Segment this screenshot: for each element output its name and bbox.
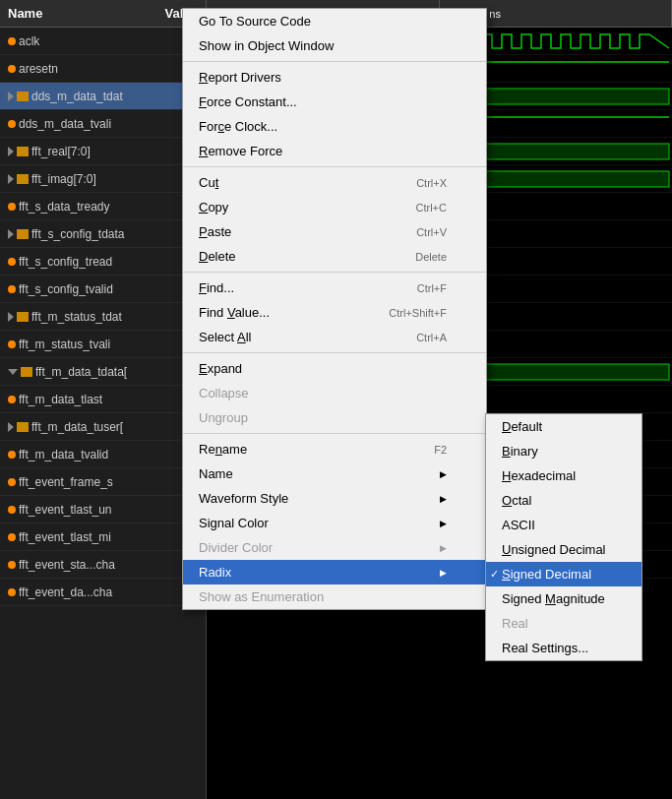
radix-signed-magnitude[interactable]: Signed Magnitude <box>486 586 641 611</box>
menu-separator <box>183 61 486 62</box>
menu-separator <box>183 166 486 167</box>
menu-show-as-enumeration: Show as Enumeration <box>183 584 486 609</box>
menu-cut[interactable]: Cut Ctrl+X <box>183 170 486 195</box>
signal-panel: Name aclk aresetn dds_m_data_tdat dds_m_… <box>0 0 207 799</box>
expand-icon <box>8 422 14 432</box>
expand-icon <box>8 147 14 156</box>
bus-icon <box>17 174 29 184</box>
signal-list: aclk aresetn dds_m_data_tdat dds_m_data_… <box>0 28 206 606</box>
menu-separator <box>183 433 486 434</box>
signal-row-selected[interactable]: dds_m_data_tdat <box>0 83 206 110</box>
signal-row[interactable]: dds_m_data_tvali <box>0 110 206 138</box>
signal-icon <box>8 561 16 569</box>
expand-icon <box>8 312 14 322</box>
menu-expand[interactable]: Expand <box>183 356 486 381</box>
signal-icon <box>8 396 16 403</box>
radix-default[interactable]: Default <box>486 414 641 439</box>
signal-icon <box>8 506 16 514</box>
expand-icon <box>8 92 14 101</box>
menu-radix[interactable]: Radix <box>183 560 486 584</box>
radix-real-settings[interactable]: Real Settings... <box>486 636 641 660</box>
menu-force-constant[interactable]: Force Constant... <box>183 90 486 114</box>
signal-row[interactable]: aclk <box>0 28 206 55</box>
bus-icon <box>21 367 32 377</box>
signal-row[interactable]: fft_event_sta...cha <box>0 551 206 579</box>
signal-icon <box>8 478 16 486</box>
radix-ascii[interactable]: ASCII <box>486 513 641 537</box>
menu-name[interactable]: Name <box>183 461 486 486</box>
signal-row[interactable]: fft_s_data_tready <box>0 193 206 220</box>
menu-separator <box>183 352 486 353</box>
menu-divider-color: Divider Color <box>183 535 486 560</box>
menu-force-clock[interactable]: Force Clock... <box>183 114 486 139</box>
signal-icon <box>8 533 16 541</box>
bus-icon <box>17 422 29 432</box>
menu-report-drivers[interactable]: Report Drivers <box>183 65 486 90</box>
signal-icon <box>8 37 16 45</box>
expand-icon <box>8 229 14 239</box>
signal-icon <box>8 65 16 73</box>
signal-row[interactable]: fft_m_data_tlast <box>0 386 206 413</box>
signal-row[interactable]: fft_event_tlast_mi <box>0 523 206 551</box>
signal-row[interactable]: fft_imag[7:0] <box>0 165 206 193</box>
expand-icon <box>8 369 18 375</box>
signal-icon <box>8 203 16 211</box>
radix-hexadecimal[interactable]: Hexadecimal <box>486 463 641 488</box>
signal-icon <box>8 285 16 293</box>
radix-real: Real <box>486 611 641 636</box>
menu-go-to-source[interactable]: Go To Source Code <box>183 9 486 33</box>
bus-icon <box>17 312 29 322</box>
signal-row[interactable]: fft_m_data_tuser[ <box>0 413 206 441</box>
menu-paste[interactable]: Paste Ctrl+V <box>183 219 486 244</box>
menu-separator <box>183 272 486 273</box>
menu-show-in-object[interactable]: Show in Object Window <box>183 33 486 58</box>
signal-row[interactable]: fft_event_tlast_un <box>0 496 206 523</box>
radix-submenu: Default Binary Hexadecimal Octal ASCII U… <box>485 413 642 661</box>
signal-row[interactable]: aresetn <box>0 55 206 83</box>
signal-row[interactable]: fft_s_config_tvalid <box>0 276 206 303</box>
signal-icon <box>8 451 16 459</box>
signal-icon <box>8 120 16 128</box>
menu-waveform-style[interactable]: Waveform Style <box>183 486 486 511</box>
signal-row[interactable]: fft_s_config_tread <box>0 248 206 276</box>
signal-row[interactable]: fft_m_data_tdata[ <box>0 358 206 386</box>
menu-delete[interactable]: Delete Delete <box>183 244 486 269</box>
menu-collapse: Collapse <box>183 381 486 405</box>
signal-row[interactable]: fft_s_config_tdata <box>0 220 206 248</box>
bus-icon <box>17 147 29 156</box>
radix-signed-decimal[interactable]: ✓ Signed Decimal <box>486 562 641 586</box>
radix-octal[interactable]: Octal <box>486 488 641 513</box>
signal-row[interactable]: fft_event_frame_s <box>0 468 206 496</box>
context-menu: Go To Source Code Show in Object Window … <box>182 8 487 610</box>
signal-row[interactable]: fft_m_status_tdat <box>0 303 206 331</box>
menu-rename[interactable]: Rename F2 <box>183 437 486 461</box>
menu-ungroup: Ungroup <box>183 405 486 430</box>
signal-icon <box>8 340 16 348</box>
signal-row[interactable]: fft_event_da...cha <box>0 579 206 606</box>
signal-row[interactable]: fft_real[7:0] <box>0 138 206 165</box>
bus-icon <box>17 229 29 239</box>
signal-row[interactable]: fft_m_status_tvali <box>0 331 206 358</box>
radix-unsigned-decimal[interactable]: Unsigned Decimal <box>486 537 641 562</box>
menu-find-value[interactable]: Find Value... Ctrl+Shift+F <box>183 300 486 325</box>
radix-binary[interactable]: Binary <box>486 439 641 463</box>
expand-icon <box>8 174 14 184</box>
menu-signal-color[interactable]: Signal Color <box>183 511 486 535</box>
signal-row[interactable]: fft_m_data_tvalid <box>0 441 206 468</box>
signal-icon <box>8 258 16 266</box>
signal-icon <box>8 588 16 596</box>
menu-select-all[interactable]: Select All Ctrl+A <box>183 325 486 349</box>
bus-icon <box>17 92 29 101</box>
menu-copy[interactable]: Copy Ctrl+C <box>183 195 486 219</box>
menu-remove-force[interactable]: Remove Force <box>183 139 486 163</box>
menu-find[interactable]: Find... Ctrl+F <box>183 276 486 300</box>
